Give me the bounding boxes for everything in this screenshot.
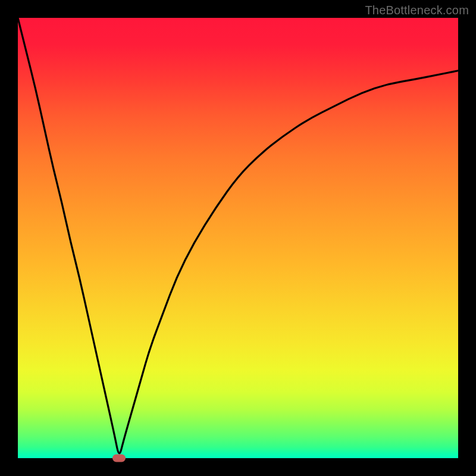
- plot-area: [18, 18, 458, 458]
- bottleneck-curve: [18, 18, 458, 453]
- chart-stage: TheBottleneck.com: [0, 0, 476, 476]
- watermark-text: TheBottleneck.com: [365, 4, 469, 17]
- curve-svg: [18, 18, 458, 458]
- minimum-marker: [112, 455, 126, 462]
